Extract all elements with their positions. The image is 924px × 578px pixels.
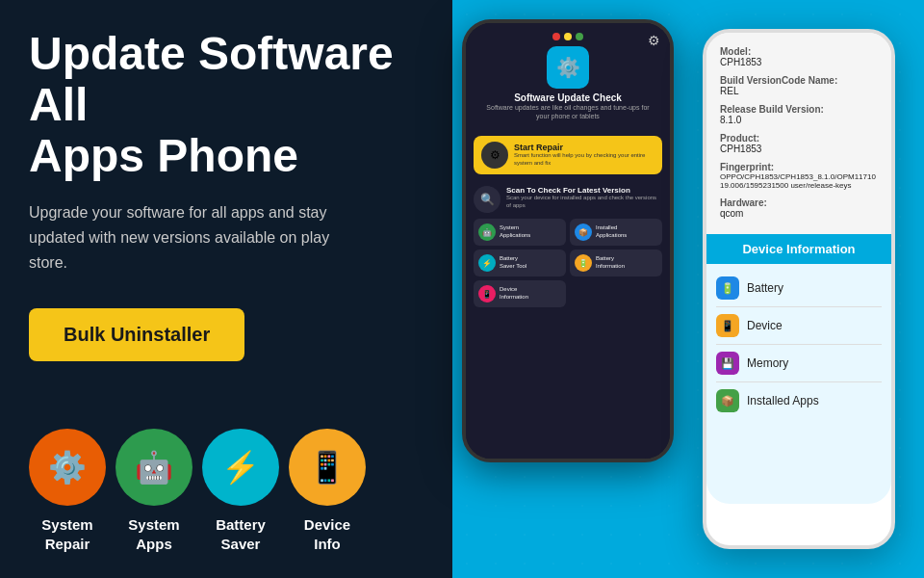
- memory-item[interactable]: 💾 Memory: [716, 345, 882, 382]
- grid-battery-saver[interactable]: ⚡ BatterySaver Tool: [474, 250, 566, 276]
- scan-text: Scan To Check For Latest Version Scan yo…: [506, 186, 662, 210]
- memory-icon: 💾: [716, 352, 739, 375]
- installed-apps-icon: 📦: [716, 389, 739, 412]
- right-phone-mockup: Model: CPH1853 Build VersionCode Name: R…: [703, 29, 895, 549]
- scan-title: Scan To Check For Latest Version: [506, 186, 662, 195]
- build-version-label: Build VersionCode Name:: [720, 75, 878, 86]
- center-phone-frame: ⚙ ⚙️ Software Update Check Software upda…: [462, 19, 674, 462]
- dot-red: [552, 33, 560, 40]
- scan-subtitle: Scan your device for installed apps and …: [506, 195, 662, 210]
- start-repair-icon: ⚙: [481, 142, 508, 169]
- device-icon: 📱: [716, 314, 739, 337]
- model-row: Model: CPH1853: [720, 46, 878, 67]
- feature-icon-row: ⚙️ SystemRepair 🤖 SystemApps ⚡ BatterySa…: [29, 429, 433, 553]
- grid-system-apps[interactable]: 🤖 SystemApplications: [474, 219, 566, 246]
- start-repair-text: Start Repair Smart function will help yo…: [514, 143, 654, 168]
- device-info-list: 🔋 Battery 📱 Device 💾 Memory 📦 Installed …: [706, 264, 891, 425]
- device-label: Device: [747, 319, 783, 332]
- icon-item-system-apps[interactable]: 🤖 SystemApps: [116, 429, 192, 553]
- release-build-row: Release Build Version: 8.1.0: [720, 104, 878, 125]
- device-info-label: DeviceInfo: [304, 515, 350, 553]
- battery-info-grid-label: BatteryInformation: [596, 255, 625, 271]
- battery-saver-label: BatterySaver: [216, 515, 266, 553]
- center-phone-screen: ⚙ ⚙️ Software Update Check Software upda…: [466, 23, 670, 459]
- main-title: Update Software All Apps Phone: [29, 29, 433, 181]
- right-phone-frame: Model: CPH1853 Build VersionCode Name: R…: [703, 29, 895, 549]
- dot-green: [576, 33, 583, 40]
- icon-item-system-repair[interactable]: ⚙️ SystemRepair: [29, 429, 106, 553]
- battery-info-grid-icon: 🔋: [575, 254, 592, 272]
- feature-grid: 🤖 SystemApplications 📦 InstalledApplicat…: [466, 219, 670, 307]
- dot-icons: [552, 33, 583, 40]
- device-info-title: Device Information: [706, 234, 891, 264]
- app-logo: ⚙️: [547, 46, 589, 89]
- device-info-icon: 📱: [289, 429, 366, 506]
- fingerprint-label: Fingerprint:: [720, 162, 878, 172]
- device-info-section: Device Information 🔋 Battery 📱 Device 💾 …: [706, 234, 891, 504]
- release-build-value: 8.1.0: [720, 115, 878, 125]
- subtitle: Upgrade your software for all apps and s…: [29, 200, 366, 275]
- battery-saver-grid-icon: ⚡: [478, 254, 496, 272]
- left-content: Update Software All Apps Phone Upgrade y…: [29, 29, 433, 553]
- hardware-value: qcom: [720, 208, 878, 219]
- start-repair-desc: Smart function will help you by checking…: [514, 152, 654, 168]
- installed-apps-grid-label: InstalledApplications: [596, 224, 627, 240]
- fingerprint-value: OPPO/CPH1853/CPH1853_8.1.0/OPM1171019.00…: [720, 172, 878, 190]
- release-build-label: Release Build Version:: [720, 104, 878, 115]
- phone-app-title: Software Update Check: [514, 92, 622, 103]
- battery-label: Battery: [747, 281, 783, 295]
- phone-app-subtitle: Software updates are like oil changes an…: [475, 103, 660, 120]
- grid-device-info[interactable]: 📱 DeviceInformation: [474, 280, 566, 307]
- icon-item-device-info[interactable]: 📱 DeviceInfo: [289, 429, 366, 553]
- system-repair-icon: ⚙️: [29, 429, 106, 506]
- system-apps-grid-label: SystemApplications: [500, 224, 530, 240]
- system-apps-grid-icon: 🤖: [478, 223, 496, 241]
- product-row: Product: CPH1853: [720, 133, 878, 154]
- settings-icon[interactable]: ⚙: [648, 33, 660, 48]
- center-phone-mockup: ⚙ ⚙️ Software Update Check Software upda…: [462, 19, 674, 559]
- build-version-row: Build VersionCode Name: REL: [720, 75, 878, 96]
- grid-battery-info[interactable]: 🔋 BatteryInformation: [570, 250, 662, 276]
- model-label: Model:: [720, 46, 878, 57]
- grid-installed-apps[interactable]: 📦 InstalledApplications: [570, 219, 662, 246]
- phone-app-header: ⚙ ⚙️ Software Update Check Software upda…: [466, 23, 670, 130]
- battery-icon: 🔋: [716, 276, 739, 300]
- dot-yellow: [564, 33, 572, 40]
- device-specs-section: Model: CPH1853 Build VersionCode Name: R…: [706, 33, 891, 234]
- start-repair-title: Start Repair: [514, 143, 654, 152]
- start-repair-button[interactable]: ⚙ Start Repair Smart function will help …: [474, 136, 662, 174]
- installed-apps-item[interactable]: 📦 Installed Apps: [716, 382, 882, 419]
- bulk-uninstaller-button[interactable]: Bulk Uninstaller: [29, 308, 244, 361]
- system-apps-label: SystemApps: [128, 515, 179, 553]
- build-version-value: REL: [720, 86, 878, 96]
- product-label: Product:: [720, 133, 878, 144]
- memory-label: Memory: [747, 356, 788, 370]
- product-value: CPH1853: [720, 144, 878, 154]
- fingerprint-row: Fingerprint: OPPO/CPH1853/CPH1853_8.1.0/…: [720, 162, 878, 190]
- battery-saver-grid-label: BatterySaver Tool: [500, 255, 526, 271]
- battery-item[interactable]: 🔋 Battery: [716, 270, 882, 307]
- device-info-grid-label: DeviceInformation: [500, 286, 528, 302]
- device-item[interactable]: 📱 Device: [716, 307, 882, 345]
- installed-apps-label: Installed Apps: [747, 394, 819, 407]
- model-value: CPH1853: [720, 57, 878, 67]
- hardware-label: Hardware:: [720, 197, 878, 208]
- scan-section: 🔍 Scan To Check For Latest Version Scan …: [466, 180, 670, 215]
- system-repair-label: SystemRepair: [41, 515, 92, 553]
- scan-icon: 🔍: [474, 186, 500, 213]
- icon-item-battery-saver[interactable]: ⚡ BatterySaver: [202, 429, 279, 553]
- installed-apps-grid-icon: 📦: [575, 223, 592, 241]
- device-info-grid-icon: 📱: [478, 285, 496, 302]
- system-apps-icon: 🤖: [116, 429, 192, 506]
- hardware-row: Hardware: qcom: [720, 197, 878, 219]
- battery-saver-icon: ⚡: [202, 429, 279, 506]
